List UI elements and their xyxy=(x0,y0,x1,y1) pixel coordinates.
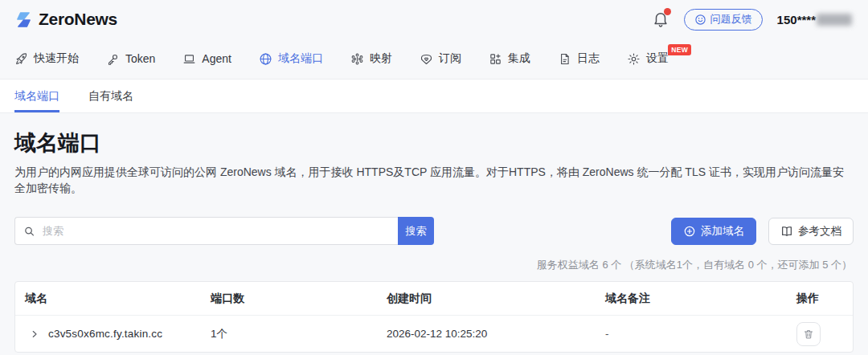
main-nav: 快速开始 Token Agent 域名端口 xyxy=(0,39,868,79)
nodes-icon xyxy=(350,52,364,66)
search-button[interactable]: 搜索 xyxy=(398,217,434,245)
page-description: 为用户的内网应用提供全球可访问的公网 ZeroNews 域名，用于接收 HTTP… xyxy=(14,164,854,196)
search-icon xyxy=(23,225,35,237)
tab-own-domains[interactable]: 自有域名 xyxy=(88,80,133,112)
gear-icon xyxy=(627,52,641,66)
nav-label: Token xyxy=(125,52,155,65)
delete-domain-button[interactable] xyxy=(796,322,821,346)
account-phone-masked: 150**** xyxy=(777,13,816,27)
notification-bell-button[interactable] xyxy=(652,10,669,28)
docs-button[interactable]: 参考文档 xyxy=(768,218,854,245)
plus-circle-icon xyxy=(683,225,696,238)
nav-label: 映射 xyxy=(370,51,392,66)
nav-label: 集成 xyxy=(508,51,530,66)
heart-badge-icon xyxy=(420,52,433,66)
port-count: 1个 xyxy=(201,327,377,341)
created-at: 2026-02-12 10:25:20 xyxy=(377,328,596,340)
table-header-row: 域名 端口数 创建时间 域名备注 操作 xyxy=(15,282,853,316)
tab-domain-ports[interactable]: 域名端口 xyxy=(14,80,59,112)
column-header-actions: 操作 xyxy=(787,292,853,306)
add-domain-button[interactable]: 添加域名 xyxy=(671,218,756,245)
toolbar: 搜索 添加域名 参考文档 xyxy=(14,217,854,245)
domains-table: 域名 端口数 创建时间 域名备注 操作 c3v5s0x6mc.fy.takin.… xyxy=(14,281,854,353)
nav-item-domain-ports[interactable]: 域名端口 xyxy=(259,51,323,66)
row-expand-chevron-icon[interactable] xyxy=(30,329,39,339)
table-row: c3v5s0x6mc.fy.takin.cc 1个 2026-02-12 10:… xyxy=(15,316,853,352)
nav-label: 域名端口 xyxy=(278,51,323,66)
nav-label: 订阅 xyxy=(439,51,461,66)
account-phone-blurred xyxy=(817,14,852,26)
nav-item-token[interactable]: Token xyxy=(106,52,155,66)
brand-logo[interactable]: ZeroNews xyxy=(14,10,117,29)
search-input[interactable] xyxy=(14,217,398,245)
rocket-icon xyxy=(14,52,28,66)
search-group: 搜索 xyxy=(14,217,434,245)
brand-name: ZeroNews xyxy=(39,10,117,29)
feedback-button[interactable]: 问题反馈 xyxy=(684,9,763,31)
nav-item-subscription[interactable]: 订阅 xyxy=(420,51,461,66)
main-content: 域名端口 为用户的内网应用提供全球可访问的公网 ZeroNews 域名，用于接收… xyxy=(0,113,868,353)
column-header-domain: 域名 xyxy=(15,292,201,306)
laptop-icon xyxy=(182,52,196,66)
nav-item-quick-start[interactable]: 快速开始 xyxy=(14,51,79,66)
nav-item-mapping[interactable]: 映射 xyxy=(350,51,392,66)
domain-note: - xyxy=(596,328,787,340)
docs-label: 参考文档 xyxy=(798,224,841,239)
add-domain-label: 添加域名 xyxy=(701,224,744,239)
page-title: 域名端口 xyxy=(14,129,854,157)
nav-label: Agent xyxy=(202,52,231,65)
feedback-label: 问题反馈 xyxy=(710,12,752,27)
smiley-icon xyxy=(694,14,706,26)
trash-icon xyxy=(803,328,814,340)
notification-dot xyxy=(664,8,671,15)
document-icon xyxy=(558,52,571,66)
sub-tab-bar: 域名端口 自有域名 xyxy=(0,79,868,113)
top-header: ZeroNews 问题反馈 150**** xyxy=(0,0,868,39)
domain-name[interactable]: c3v5s0x6mc.fy.takin.cc xyxy=(48,328,162,340)
zeronews-logo-icon xyxy=(14,10,33,29)
nav-item-settings[interactable]: 设置 NEW xyxy=(627,51,669,66)
globe-icon xyxy=(259,52,272,66)
quota-summary: 服务权益域名 6 个 （系统域名1个，自有域名 0 个，还可添加 5 个） xyxy=(16,258,852,272)
nav-label: 日志 xyxy=(577,51,600,66)
nav-item-logs[interactable]: 日志 xyxy=(558,51,600,66)
nav-item-agent[interactable]: Agent xyxy=(182,52,231,66)
nav-item-integrations[interactable]: 集成 xyxy=(489,51,530,66)
book-icon xyxy=(780,225,793,238)
grid-plus-icon xyxy=(489,52,502,66)
column-header-ports: 端口数 xyxy=(201,292,377,306)
key-icon xyxy=(106,52,120,66)
new-badge: NEW xyxy=(668,44,691,55)
nav-label: 快速开始 xyxy=(34,51,79,66)
column-header-created: 创建时间 xyxy=(377,292,596,306)
account-menu[interactable]: 150**** xyxy=(777,13,852,27)
nav-label: 设置 xyxy=(646,51,669,66)
column-header-note: 域名备注 xyxy=(596,292,787,306)
